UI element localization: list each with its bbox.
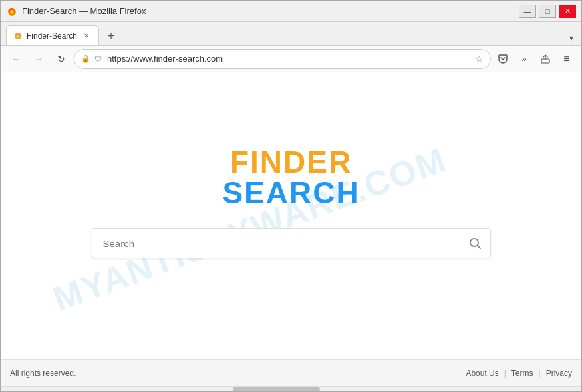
search-box (92, 228, 491, 258)
logo-finder: FINDER (230, 147, 352, 177)
address-bar[interactable]: 🔒 🛡 ☆ (74, 49, 491, 69)
search-icon (468, 237, 482, 250)
pocket-button[interactable] (494, 50, 512, 68)
page-content: MYANTISPYWARE.COM FINDER SEARCH (1, 72, 581, 386)
shield-icon: 🛡 (94, 55, 102, 63)
close-button[interactable]: ✕ (559, 5, 576, 18)
menu-button[interactable]: ≡ (557, 50, 576, 68)
search-button[interactable] (460, 229, 490, 258)
tab-label: Finder-Search (27, 31, 77, 41)
share-button[interactable] (536, 50, 555, 68)
navigation-bar: ← → ↻ 🔒 🛡 ☆ » (1, 46, 581, 72)
scrollbar-thumb[interactable] (233, 387, 320, 391)
maximize-button[interactable]: □ (539, 5, 556, 18)
url-input[interactable] (107, 54, 471, 64)
reload-button[interactable]: ↻ (51, 50, 71, 68)
minimize-button[interactable]: — (519, 5, 536, 18)
forward-button[interactable]: → (29, 50, 49, 68)
copyright-text: All rights reserved. (10, 369, 76, 378)
scrollbar-area (1, 386, 581, 391)
extensions-button[interactable]: » (515, 50, 533, 68)
browser-window: Finder-Search — Mozilla Firefox — □ ✕ F … (0, 0, 582, 392)
window-title: Finder-Search — Mozilla Firefox (22, 6, 146, 16)
search-input[interactable] (92, 238, 460, 249)
hamburger-icon: ≡ (563, 53, 569, 65)
new-tab-button[interactable]: + (102, 27, 120, 45)
about-us-link[interactable]: About Us (466, 369, 498, 378)
privacy-link[interactable]: Privacy (546, 369, 572, 378)
svg-text:F: F (17, 34, 20, 39)
svg-point-2 (11, 10, 14, 14)
footer-links: About Us | Terms | Privacy (466, 369, 572, 378)
footer-divider-2: | (539, 369, 541, 378)
terms-link[interactable]: Terms (511, 369, 533, 378)
tab-favicon: F (13, 31, 23, 41)
tab-close-button[interactable]: ✕ (81, 31, 92, 41)
tab-list-chevron[interactable]: ▾ (567, 31, 576, 45)
active-tab[interactable]: F Finder-Search ✕ (6, 25, 99, 45)
logo-container: FINDER SEARCH (222, 147, 359, 208)
firefox-icon (6, 5, 18, 17)
bookmark-star-icon[interactable]: ☆ (475, 54, 484, 64)
svg-line-7 (478, 246, 481, 249)
window-controls: — □ ✕ (519, 5, 576, 18)
extensions-icon: » (521, 54, 526, 64)
logo-search: SEARCH (222, 177, 359, 208)
tab-bar: F Finder-Search ✕ + ▾ (1, 22, 581, 46)
back-button[interactable]: ← (6, 50, 26, 68)
footer-divider-1: | (504, 369, 506, 378)
nav-toolbar-icons: » ≡ (494, 50, 576, 68)
main-area: FINDER SEARCH (1, 72, 581, 359)
pocket-icon (498, 54, 508, 64)
title-bar: Finder-Search — Mozilla Firefox — □ ✕ (1, 1, 581, 22)
lock-icon: 🔒 (81, 54, 90, 63)
title-bar-left: Finder-Search — Mozilla Firefox (6, 5, 146, 17)
share-icon (540, 54, 551, 64)
footer: All rights reserved. About Us | Terms | … (1, 359, 581, 386)
